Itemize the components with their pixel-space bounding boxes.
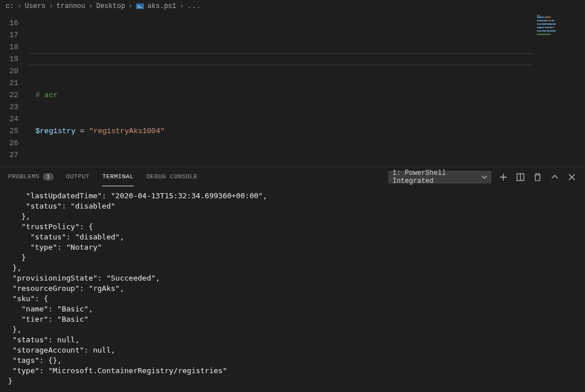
tab-problems[interactable]: PROBLEMS 1 (8, 167, 54, 186)
terminal-selector[interactable]: 1: PowerShell Integrated (388, 171, 491, 183)
new-terminal-button[interactable] (498, 172, 508, 182)
svg-rect-0 (136, 3, 144, 9)
panel-controls: 1: PowerShell Integrated (388, 171, 577, 183)
panel: PROBLEMS 1 OUTPUT TERMINAL DEBUG CONSOLE… (0, 167, 585, 392)
maximize-panel-button[interactable] (550, 172, 560, 182)
breadcrumb-seg[interactable]: Users (25, 2, 46, 10)
line-number: 26 (0, 137, 29, 149)
line-number: 27 (0, 149, 29, 161)
breadcrumb-seg[interactable]: Desktop (96, 2, 125, 10)
terminal-selector-label: 1: PowerShell Integrated (392, 169, 482, 185)
chevron-icon: › (129, 2, 133, 10)
breadcrumb-seg[interactable]: trannou (57, 2, 85, 10)
line-gutter: 16 17 18 19 20 21 22 23 24 25 26 27 (0, 13, 29, 167)
line-number: 20 (0, 65, 29, 77)
line-number: 16 (0, 17, 29, 29)
kill-terminal-button[interactable] (532, 172, 543, 182)
code-line[interactable]: # acr (29, 89, 534, 101)
chevron-icon: › (49, 2, 53, 10)
code-line[interactable] (29, 53, 534, 65)
breadcrumb-file[interactable]: aks.ps1 (147, 2, 176, 10)
chevron-icon: › (17, 2, 21, 10)
code-line[interactable] (29, 161, 534, 167)
breadcrumb[interactable]: c: › Users › trannou › Desktop › aks.ps1… (0, 0, 585, 13)
close-panel-button[interactable] (567, 172, 577, 182)
problems-badge: 1 (43, 173, 53, 181)
chevron-icon: › (180, 2, 184, 10)
breadcrumb-root[interactable]: c: (6, 2, 14, 10)
line-number: 21 (0, 77, 29, 89)
powershell-icon (136, 2, 144, 10)
split-terminal-button[interactable] (515, 172, 526, 182)
tab-label: OUTPUT (66, 173, 90, 180)
tab-label: DEBUG CONSOLE (146, 173, 198, 180)
line-number: 25 (0, 125, 29, 137)
chevron-icon: › (89, 2, 93, 10)
chevron-down-icon (482, 174, 487, 180)
line-number: 22 (0, 89, 29, 101)
line-number: 24 (0, 113, 29, 125)
line-number: 19 (0, 53, 29, 65)
tab-output[interactable]: OUTPUT (66, 167, 90, 186)
panel-tabs: PROBLEMS 1 OUTPUT TERMINAL DEBUG CONSOLE… (0, 167, 585, 186)
tab-label: TERMINAL (102, 173, 134, 180)
tab-label: PROBLEMS (8, 173, 39, 180)
tab-terminal[interactable]: TERMINAL (102, 167, 134, 186)
line-number: 17 (0, 29, 29, 41)
editor[interactable]: 16 17 18 19 20 21 22 23 24 25 26 27 # ac… (0, 13, 585, 167)
terminal-output[interactable]: "lastUpdatedTime": "2020-04-13T15:32:34.… (0, 186, 585, 392)
code-line[interactable]: $registry = "registryAks1004" (29, 125, 534, 137)
code-area[interactable]: # acr $registry = "registryAks1004" az g… (29, 13, 534, 167)
tab-debug-console[interactable]: DEBUG CONSOLE (146, 167, 198, 186)
minimap[interactable]: ████ ████████ ██ ████████ ██ █████ █████… (534, 13, 585, 167)
line-number: 18 (0, 41, 29, 53)
breadcrumb-rest[interactable]: ... (187, 2, 202, 10)
line-number: 23 (0, 101, 29, 113)
terminal-text: "lastUpdatedTime": "2020-04-13T15:32:34.… (8, 191, 577, 386)
